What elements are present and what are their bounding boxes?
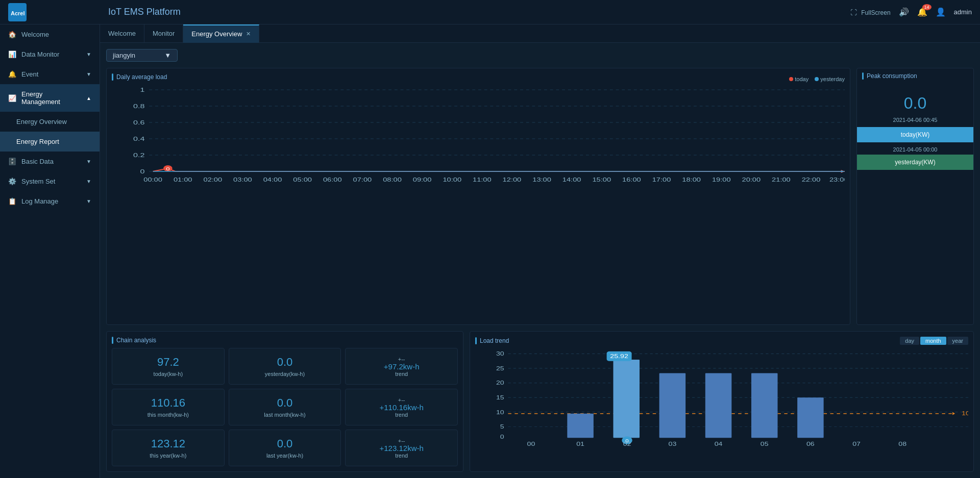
- sidebar-item-energy-report[interactable]: Energy Report: [0, 132, 100, 152]
- content-inner: jiangyin ▼ Daily average load today yest…: [100, 43, 980, 478]
- logo: Acrel: [8, 3, 108, 21]
- chain-today-value: 97.2: [117, 356, 219, 369]
- chart-legend: today yesterday: [789, 76, 845, 82]
- svg-rect-68: [705, 373, 732, 438]
- chain-trend-2: +-- +110.16kw-h trend: [345, 389, 458, 425]
- svg-text:20:00: 20:00: [742, 177, 761, 183]
- yesterday-kw-button[interactable]: yesterday(KW): [857, 155, 973, 170]
- svg-text:0.6: 0.6: [133, 119, 145, 125]
- svg-text:06: 06: [806, 441, 815, 447]
- notification-bell[interactable]: 🔔 14: [917, 7, 927, 17]
- svg-text:00: 00: [527, 441, 535, 447]
- sidebar-item-basic-data-label: Basic Data: [21, 158, 54, 165]
- user-settings-icon[interactable]: 👤: [936, 7, 946, 17]
- chain-title: Chain analysis: [112, 337, 458, 344]
- sidebar-item-system-set[interactable]: ⚙️ System Set ▼: [0, 171, 100, 191]
- chevron-down-icon-event: ▼: [86, 71, 91, 77]
- bell-icon: 🔔: [8, 70, 16, 78]
- chain-year-value: 123.12: [117, 437, 219, 450]
- svg-text:04:00: 04:00: [263, 177, 282, 183]
- settings-icon: ⚙️: [8, 178, 16, 185]
- year-button[interactable]: year: [947, 337, 968, 345]
- database-icon: 🗄️: [8, 158, 16, 165]
- svg-text:08: 08: [898, 441, 906, 447]
- svg-text:15: 15: [496, 395, 504, 401]
- svg-rect-70: [797, 397, 824, 438]
- chain-card-today: 97.2 today(kw-h): [112, 348, 225, 385]
- svg-text:25: 25: [496, 366, 504, 372]
- close-tab-icon[interactable]: ✕: [246, 31, 251, 37]
- svg-text:22:00: 22:00: [802, 177, 821, 183]
- chart-icon: 📈: [8, 94, 16, 102]
- tab-bar: Welcome Monitor Energy Overview ✕: [100, 24, 980, 43]
- peak-consumption-panel: Peak consumption 0.0 2021-04-06 00:45 to…: [856, 68, 974, 325]
- sidebar-item-welcome[interactable]: 🏠 Welcome: [0, 24, 100, 44]
- trend-calc-1: +--: [398, 356, 405, 362]
- chain-today-label: today(kw-h): [117, 371, 219, 377]
- audio-button[interactable]: 🔊: [899, 7, 909, 17]
- svg-text:01:00: 01:00: [174, 177, 192, 183]
- chain-trend-1: +-- +97.2kw-h trend: [345, 348, 458, 385]
- svg-text:10:00: 10:00: [443, 177, 461, 183]
- peak-number: 0.0: [862, 94, 968, 113]
- svg-text:0: 0: [140, 168, 145, 174]
- trend-value-1: +97.2kw-h: [384, 362, 420, 371]
- admin-label: admin: [954, 8, 972, 16]
- time-buttons: day month year: [900, 337, 968, 345]
- notification-badge: 14: [922, 4, 932, 10]
- trend-calc-2: +--: [398, 397, 405, 403]
- svg-text:11:00: 11:00: [473, 177, 492, 183]
- sidebar-item-welcome-label: Welcome: [21, 31, 49, 38]
- sidebar-item-event[interactable]: 🔔 Event ▼: [0, 64, 100, 84]
- peak-value-display: 0.0: [857, 84, 973, 117]
- svg-text:10.8: 10.8: [962, 411, 968, 417]
- chain-month-label: this month(kw-h): [117, 412, 219, 418]
- sidebar-item-log-manage[interactable]: 📋 Log Manage ▼: [0, 191, 100, 211]
- day-button[interactable]: day: [900, 337, 919, 345]
- chain-analysis-panel: Chain analysis 97.2 today(kw-h) 0.0 yest…: [106, 331, 463, 472]
- sidebar-item-basic-data[interactable]: 🗄️ Basic Data ▼: [0, 152, 100, 171]
- sidebar-item-data-monitor-label: Data Monitor: [21, 51, 59, 58]
- svg-text:19:00: 19:00: [712, 177, 731, 183]
- topbar: Acrel IoT EMS Platform ⛶ FullScreen 🔊 🔔 …: [0, 0, 980, 24]
- sidebar-item-energy-overview-label: Energy Overview: [16, 118, 67, 125]
- svg-text:04: 04: [715, 441, 723, 447]
- today-kw-button[interactable]: today(KW): [857, 127, 973, 142]
- svg-text:20: 20: [496, 380, 504, 386]
- svg-text:08:00: 08:00: [383, 177, 402, 183]
- location-select[interactable]: jiangyin ▼: [106, 49, 178, 62]
- chevron-down-icon: ▼: [86, 52, 91, 57]
- svg-text:5: 5: [500, 424, 504, 430]
- month-button[interactable]: month: [920, 337, 946, 345]
- home-icon: 🏠: [8, 31, 16, 38]
- trend-label-2: trend: [395, 412, 408, 418]
- chain-card-last-year: 0.0 last year(kw-h): [229, 430, 341, 466]
- peak-date-today: 2021-04-06 00:45: [857, 117, 973, 127]
- logo-icon: Acrel: [8, 3, 27, 21]
- svg-text:Acrel: Acrel: [11, 10, 25, 16]
- sidebar-item-system-set-label: System Set: [21, 178, 55, 185]
- svg-text:05:00: 05:00: [293, 177, 312, 183]
- daily-chart-title: Daily average load: [112, 73, 167, 81]
- svg-text:15:00: 15:00: [592, 177, 611, 183]
- select-chevron-icon: ▼: [164, 52, 171, 59]
- svg-text:18:00: 18:00: [682, 177, 701, 183]
- fullscreen-button[interactable]: ⛶ FullScreen: [850, 8, 891, 17]
- today-legend-dot: today: [789, 76, 808, 82]
- trend-calc-3: +--: [398, 438, 405, 444]
- topbar-right: ⛶ FullScreen 🔊 🔔 14 👤 admin: [850, 7, 972, 17]
- sidebar-item-data-monitor[interactable]: 📊 Data Monitor ▼: [0, 44, 100, 64]
- tab-monitor[interactable]: Monitor: [144, 24, 183, 43]
- sidebar-item-energy-management[interactable]: 📈 Energy Management ▲: [0, 84, 100, 112]
- svg-text:0.4: 0.4: [133, 136, 145, 142]
- sidebar-item-energy-overview[interactable]: Energy Overview: [0, 112, 100, 132]
- load-trend-panel: Load trend day month year: [470, 331, 974, 472]
- peak-title: Peak consumption: [857, 68, 973, 80]
- chain-trend-3: +-- +123.12kw-h trend: [345, 430, 458, 466]
- tab-energy-overview[interactable]: Energy Overview ✕: [183, 24, 259, 43]
- chevron-up-icon: ▲: [86, 95, 91, 101]
- tab-welcome[interactable]: Welcome: [100, 24, 144, 43]
- svg-text:1: 1: [140, 87, 145, 93]
- daily-load-chart: 1 0.8 0.6 0.4 0.2 0 00:00 01:00 02:00 03…: [112, 85, 845, 187]
- svg-text:02:00: 02:00: [204, 177, 223, 183]
